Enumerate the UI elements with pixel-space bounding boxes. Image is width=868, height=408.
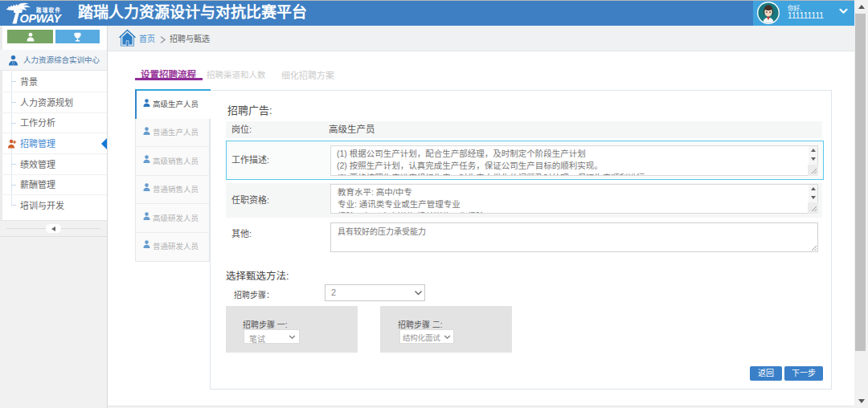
svg-text:OPWAY: OPWAY xyxy=(20,12,63,25)
svg-text:踏瑞软件: 踏瑞软件 xyxy=(36,6,61,14)
